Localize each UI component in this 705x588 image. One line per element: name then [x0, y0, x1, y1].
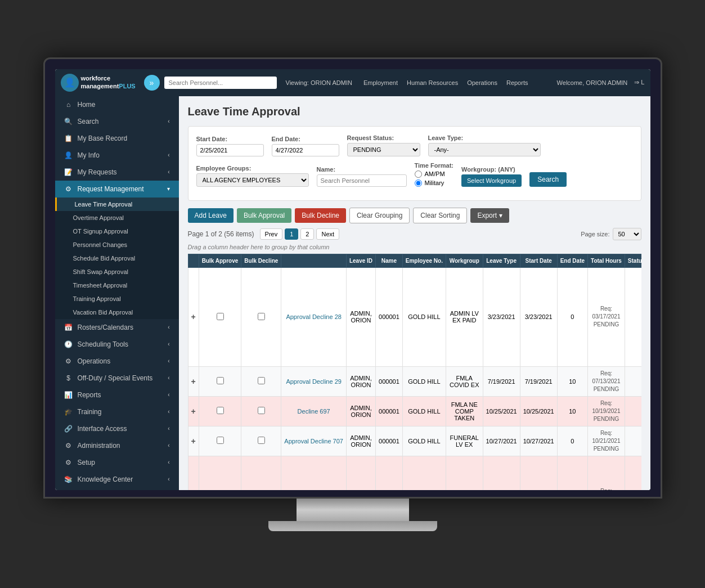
total-hours-cell: 10 [557, 456, 587, 490]
bulk-approve-cell[interactable] [199, 267, 241, 366]
bulk-decline-cell[interactable] [241, 456, 281, 490]
th-end-date: End Date [557, 254, 587, 267]
bulk-approval-button[interactable]: Bulk Approval [237, 208, 291, 223]
sidebar-item-reports[interactable]: 📊 Reports ‹ [55, 387, 179, 403]
sidebar-item-scheduling-tools[interactable]: 🕐 Scheduling Tools ‹ [55, 336, 179, 353]
sidebar-item-overtime-approval[interactable]: Overtime Approval [55, 211, 179, 225]
expand-cell[interactable]: + [188, 426, 199, 456]
nav-reports[interactable]: Reports [506, 79, 528, 86]
sidebar-item-interface-access[interactable]: 🔗 Interface Access ‹ [55, 420, 179, 437]
sidebar-item-my-info[interactable]: 👤 My Info ‹ [55, 147, 179, 164]
bulk-approve-cell[interactable] [199, 426, 241, 456]
sidebar-item-ot-signup-approval[interactable]: OT Signup Approval [55, 225, 179, 238]
leave-id-link[interactable]: 28 [335, 313, 342, 320]
sidebar-item-setup[interactable]: ⚙ Setup ‹ [55, 454, 179, 471]
bulk-decline-cell[interactable] [241, 396, 281, 426]
name-filter-group: Name: [317, 166, 407, 187]
approval-link[interactable]: Approval [284, 438, 308, 445]
expand-cell[interactable]: + [188, 267, 199, 366]
logout-button[interactable]: ⇒ L [634, 79, 644, 86]
clear-grouping-button[interactable]: Clear Grouping [349, 208, 410, 223]
expand-cell[interactable]: + [188, 396, 199, 426]
sidebar-item-rosters-calendars[interactable]: 📅 Rosters/Calendars ‹ [55, 319, 179, 336]
sidebar-item-administration[interactable]: ⚙ Administration ‹ [55, 437, 179, 454]
nav-toggle-button[interactable]: » [144, 75, 160, 91]
sidebar-item-training-approval[interactable]: Training Approval [55, 292, 179, 306]
clear-sorting-button[interactable]: Clear Sorting [413, 208, 467, 223]
total-hours-cell: 10 [557, 366, 587, 396]
page-1-button[interactable]: 1 [285, 228, 298, 240]
leave-id-link[interactable]: 29 [335, 378, 342, 385]
leave-type-select[interactable]: -Any- [428, 143, 541, 156]
employee-groups-select[interactable]: ALL AGENCY EMPLOYEES [196, 173, 309, 187]
leave-time-approval-label: Leave Time Approval [75, 201, 170, 208]
sidebar-item-leave-time-approval[interactable]: Leave Time Approval [55, 198, 179, 211]
action-links-cell[interactable]: Approval Decline 707 [281, 426, 347, 456]
bulk-decline-cell[interactable] [241, 366, 281, 396]
sidebar-item-training[interactable]: 🎓 Training ‹ [55, 403, 179, 420]
page-size-select[interactable]: 50 25 100 [613, 228, 641, 240]
next-page-button[interactable]: Next [316, 228, 339, 240]
sidebar-item-personnel-changes[interactable]: Personnel Changes [55, 238, 179, 252]
name-cell: ADMIN, ORION [346, 456, 375, 490]
leave-id-link[interactable]: 707 [333, 438, 343, 445]
request-status-select[interactable]: PENDING APPROVED DECLINED ALL [347, 143, 420, 156]
bulk-approve-cell[interactable] [199, 456, 241, 490]
search-button[interactable]: Search [529, 172, 567, 187]
bulk-approve-cell[interactable] [199, 396, 241, 426]
decline-link[interactable]: Decline [312, 378, 333, 385]
search-icon: 🔍 [64, 118, 73, 125]
action-links-cell[interactable]: Decline 697 [281, 396, 347, 426]
sidebar-item-timesheet-approval[interactable]: Timesheet Approval [55, 279, 179, 292]
employee-no-cell: 000001 [376, 456, 403, 490]
bulk-decline-cell[interactable] [241, 426, 281, 456]
sidebar-item-knowledge-center[interactable]: 📚 Knowledge Center ‹ [55, 471, 179, 488]
sidebar-item-vacation-bid-approval[interactable]: Vacation Bid Approval [55, 306, 179, 319]
reports-icon: 📊 [64, 391, 73, 399]
sidebar-item-off-duty[interactable]: $ Off-Duty / Special Events ‹ [55, 370, 179, 387]
sidebar-item-shift-swap-approval[interactable]: Shift Swap Approval [55, 265, 179, 279]
search-personnel-input[interactable] [164, 77, 277, 89]
expand-cell[interactable]: + [188, 366, 199, 396]
sidebar-item-base-record[interactable]: 📋 My Base Record [55, 130, 179, 147]
bulk-approve-cell[interactable] [199, 366, 241, 396]
sidebar-item-search[interactable]: 🔍 Search ‹ [55, 113, 179, 130]
start-date-input[interactable] [196, 144, 264, 156]
bulk-decline-button[interactable]: Bulk Decline [295, 208, 346, 223]
approval-link[interactable]: Approval [286, 378, 310, 385]
sidebar-item-home[interactable]: ⌂ Home [55, 96, 179, 113]
export-button[interactable]: Export ▾ [470, 208, 509, 223]
ampm-radio[interactable] [415, 170, 422, 178]
bulk-decline-cell[interactable] [241, 267, 281, 366]
add-leave-button[interactable]: Add Leave [188, 208, 233, 223]
approval-link[interactable]: Approval [286, 313, 310, 320]
leave-type-cell: FMLA COVID EX [446, 366, 483, 396]
search-box-top[interactable] [164, 77, 277, 89]
military-radio[interactable] [415, 179, 422, 187]
decline-link[interactable]: Decline [312, 313, 333, 320]
sidebar-item-my-requests[interactable]: 📝 My Requests ‹ [55, 164, 179, 181]
nav-human-resources[interactable]: Human Resources [407, 79, 458, 86]
nav-employment[interactable]: Employment [363, 79, 398, 86]
name-search-input[interactable] [317, 174, 407, 187]
th-start-date: Start Date [520, 254, 557, 267]
scheduling-icon: 🕐 [64, 340, 73, 348]
sidebar-item-request-management[interactable]: ⚙ Request Management ▾ [55, 181, 179, 198]
leave-id-link[interactable]: 697 [320, 408, 330, 415]
decline-link[interactable]: Decline [298, 408, 318, 415]
decline-link[interactable]: Decline [311, 438, 331, 445]
expand-cell[interactable]: + [188, 456, 199, 490]
nav-operations[interactable]: Operations [467, 79, 497, 86]
sidebar-item-schedule-bid-approval[interactable]: Schedule Bid Approval [55, 252, 179, 265]
sidebar-item-operations[interactable]: ⚙ Operations ‹ [55, 353, 179, 370]
end-date-input[interactable] [272, 144, 339, 156]
prev-page-button[interactable]: Prev [260, 228, 283, 240]
action-links-cell[interactable]: Approval Decline 28 [281, 267, 347, 366]
action-links-cell[interactable]: Approval Decline 29 [281, 366, 347, 396]
page-2-button[interactable]: 2 [300, 228, 314, 240]
action-links-cell[interactable]: Decline 1990 [281, 456, 347, 490]
knowledge-icon: 📚 [64, 475, 73, 483]
training-label: Training [78, 408, 164, 416]
select-workgroup-button[interactable]: Select Workgroup [461, 174, 522, 187]
viewing-label: Viewing: ORION ADMIN [286, 79, 352, 86]
